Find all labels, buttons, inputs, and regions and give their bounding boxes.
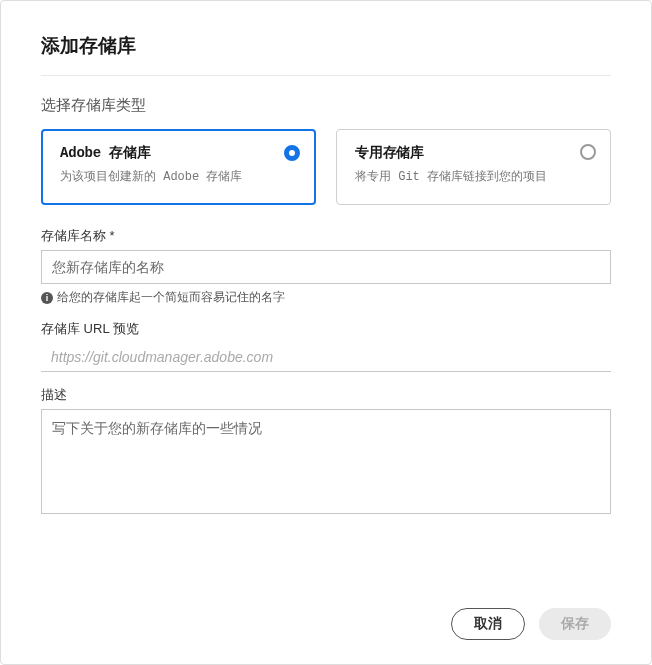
divider [41, 75, 611, 76]
url-preview-input [41, 343, 611, 372]
url-preview-field: 存储库 URL 预览 [41, 320, 611, 372]
repo-name-input[interactable] [41, 250, 611, 284]
repo-name-field: 存储库名称 * i 给您的存储库起一个简短而容易记住的名字 [41, 227, 611, 306]
repo-type-cards: Adobe 存储库 为该项目创建新的 Adobe 存储库 专用存储库 将专用 G… [41, 129, 611, 205]
radio-unselected-icon [580, 144, 596, 160]
card-private-title: 专用存储库 [355, 144, 592, 162]
repo-name-hint: i 给您的存储库起一个简短而容易记住的名字 [41, 289, 611, 306]
add-repository-dialog: 添加存储库 选择存储库类型 Adobe 存储库 为该项目创建新的 Adobe 存… [0, 0, 652, 665]
dialog-footer: 取消 保存 [41, 588, 611, 640]
repo-name-hint-text: 给您的存储库起一个简短而容易记住的名字 [57, 289, 285, 306]
card-adobe-repo[interactable]: Adobe 存储库 为该项目创建新的 Adobe 存储库 [41, 129, 316, 205]
type-section-label: 选择存储库类型 [41, 96, 611, 115]
description-label: 描述 [41, 386, 611, 404]
card-private-desc: 将专用 Git 存储库链接到您的项目 [355, 168, 592, 186]
info-icon: i [41, 292, 53, 304]
card-private-repo[interactable]: 专用存储库 将专用 Git 存储库链接到您的项目 [336, 129, 611, 205]
description-field: 描述 [41, 386, 611, 518]
save-button[interactable]: 保存 [539, 608, 611, 640]
url-preview-label: 存储库 URL 预览 [41, 320, 611, 338]
cancel-button[interactable]: 取消 [451, 608, 525, 640]
radio-selected-icon [284, 145, 300, 161]
description-input[interactable] [41, 409, 611, 514]
repo-name-label: 存储库名称 * [41, 227, 611, 245]
card-adobe-title: Adobe 存储库 [60, 144, 297, 162]
card-adobe-desc: 为该项目创建新的 Adobe 存储库 [60, 168, 297, 186]
dialog-title: 添加存储库 [41, 33, 611, 59]
